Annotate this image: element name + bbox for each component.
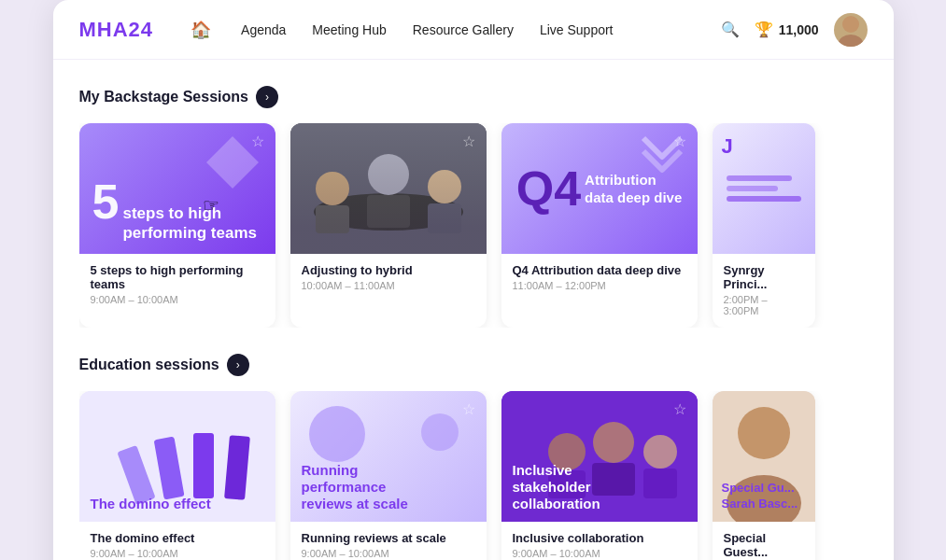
trophy-icon: 🏆	[755, 21, 773, 38]
nav-right: 🔍 🏆 11,000	[721, 13, 868, 47]
card1-title: 5 steps to high performing teams	[91, 263, 264, 291]
nav-agenda[interactable]: Agenda	[241, 22, 286, 37]
edu-thumb-1: The domino effect	[79, 391, 275, 522]
card-thumb-2: ☆	[290, 123, 487, 254]
card-synrgy[interactable]: J Synrgy Princi... 2:00PM – 3:00PM	[713, 123, 815, 328]
deco-line	[727, 196, 801, 202]
card1-label: steps to highperforming teams	[122, 204, 257, 243]
card-5-steps[interactable]: 5 steps to highperforming teams ☆ ☞ 5 st…	[79, 123, 275, 328]
edu-card1-title: The domino effect	[91, 531, 264, 545]
cursor-icon: ☞	[203, 194, 219, 217]
education-title: Education sessions	[79, 357, 219, 373]
edu-card1-info: The domino effect 9:00AM – 10:00AM	[79, 522, 275, 560]
card3-q4: Q4	[516, 164, 581, 213]
meeting-photo-svg	[290, 123, 487, 254]
edu-card-special[interactable]: Special Gu...Sarah Basc... Special Guest…	[713, 391, 815, 560]
card1-content: 5 steps to highperforming teams	[92, 177, 258, 243]
navbar: MHA24 🏠 Agenda Meeting Hub Resource Gall…	[53, 0, 894, 60]
svg-rect-15	[193, 433, 214, 498]
edu-card2-title: Running reviews at scale	[302, 531, 475, 545]
card3-title: Q4 Attribution data deep dive	[513, 263, 686, 277]
edu-card3-time: 9:00AM – 10:00AM	[513, 548, 686, 559]
circle-deco	[309, 406, 365, 462]
card2-title: Adjusting to hybrid	[302, 263, 475, 277]
deco-line	[727, 186, 778, 191]
nav-meeting-hub[interactable]: Meeting Hub	[312, 22, 386, 37]
education-arrow[interactable]: ›	[227, 354, 249, 376]
search-icon[interactable]: 🔍	[721, 21, 740, 38]
home-icon[interactable]: 🏠	[191, 20, 211, 40]
card4-info: Synrgy Princi... 2:00PM – 3:00PM	[713, 254, 815, 328]
edu-card4-info: Special Guest... 9:00AM – 10:00AM	[713, 522, 815, 560]
education-header: Education sessions ›	[79, 354, 868, 376]
meeting-photo	[290, 123, 487, 254]
edu-card2-time: 9:00AM – 10:00AM	[302, 548, 475, 559]
nav-links: Agenda Meeting Hub Resource Gallery Live…	[241, 22, 691, 37]
svg-point-17	[421, 413, 459, 451]
deco-line	[727, 175, 792, 181]
backstage-arrow[interactable]: ›	[256, 86, 278, 108]
edu-card4-title: Special Guest...	[724, 531, 804, 559]
svg-point-1	[839, 35, 863, 47]
edu-card2-thumb-title: Running performance reviews at scale	[302, 462, 442, 512]
card4-deco	[713, 153, 815, 224]
app-window: MHA24 🏠 Agenda Meeting Hub Resource Gall…	[53, 0, 894, 560]
nav-live-support[interactable]: Live Support	[540, 22, 614, 37]
card3-star[interactable]: ☆	[673, 133, 686, 150]
edu-card1-thumb-title: The domino effect	[91, 496, 211, 512]
edu-card-inclusive[interactable]: Inclusive stakeholder collaboration ☆ In…	[501, 391, 698, 560]
logo[interactable]: MHA24	[79, 18, 154, 42]
card2-time: 10:00AM – 11:00AM	[302, 280, 475, 291]
card1-time: 9:00AM – 10:00AM	[91, 294, 264, 305]
svg-point-27	[738, 407, 790, 459]
card3-info: Q4 Attribution data deep dive 11:00AM – …	[501, 254, 698, 302]
svg-rect-11	[290, 123, 487, 254]
avatar[interactable]	[834, 13, 868, 47]
card1-star[interactable]: ☆	[251, 133, 264, 150]
card3-time: 11:00AM – 12:00PM	[513, 280, 686, 291]
trophy-badge: 🏆 11,000	[755, 21, 819, 38]
content: My Backstage Sessions › 5 steps to highp…	[53, 60, 894, 560]
edu-thumb-3: Inclusive stakeholder collaboration ☆	[501, 391, 698, 522]
edu-card2-info: Running reviews at scale 9:00AM – 10:00A…	[290, 522, 487, 560]
edu-thumb-4: Special Gu...Sarah Basc...	[713, 391, 815, 522]
card2-star[interactable]: ☆	[462, 133, 475, 150]
card-thumb-4: J	[713, 123, 815, 254]
edu-card3-info: Inclusive collaboration 9:00AM – 10:00AM	[501, 522, 698, 560]
card4-time: 2:00PM – 3:00PM	[724, 294, 804, 316]
card-thumb-1: 5 steps to highperforming teams ☆ ☞	[79, 123, 275, 254]
svg-point-0	[842, 16, 859, 33]
card4-title: Synrgy Princi...	[724, 263, 804, 291]
card-q4[interactable]: Q4 Attributiondata deep dive ☆ Q4 Attrib…	[501, 123, 698, 328]
backstage-cards: 5 steps to highperforming teams ☆ ☞ 5 st…	[79, 123, 868, 328]
card2-info: Adjusting to hybrid 10:00AM – 11:00AM	[290, 254, 487, 302]
nav-resource-gallery[interactable]: Resource Gallery	[413, 22, 514, 37]
card-hybrid[interactable]: ☆ Adjusting to hybrid 10:00AM – 11:00AM	[290, 123, 487, 328]
edu-card3-thumb-title: Inclusive stakeholder collaboration	[513, 462, 653, 512]
points-value: 11,000	[779, 22, 819, 37]
backstage-title: My Backstage Sessions	[79, 89, 248, 105]
edu-card4-thumb-title: Special Gu...Sarah Basc...	[722, 481, 798, 512]
edu-card-domino[interactable]: The domino effect The domino effect 9:00…	[79, 391, 275, 560]
backstage-header: My Backstage Sessions ›	[79, 86, 868, 108]
education-cards: The domino effect The domino effect 9:00…	[79, 391, 868, 560]
circle-small-deco	[412, 404, 468, 460]
edu-card1-time: 9:00AM – 10:00AM	[91, 548, 264, 559]
edu-card-perf[interactable]: Running performance reviews at scale ☆ R…	[290, 391, 487, 560]
edu-card3-star[interactable]: ☆	[673, 400, 686, 418]
card1-info: 5 steps to high performing teams 9:00AM …	[79, 254, 275, 316]
edu-thumb-2: Running performance reviews at scale ☆	[290, 391, 487, 522]
card1-number: 5	[92, 177, 120, 226]
card4-partial-text: J	[722, 136, 733, 157]
card-thumb-3: Q4 Attributiondata deep dive ☆	[501, 123, 698, 254]
edu-card3-title: Inclusive collaboration	[513, 531, 686, 545]
edu-card2-star[interactable]: ☆	[462, 400, 475, 418]
